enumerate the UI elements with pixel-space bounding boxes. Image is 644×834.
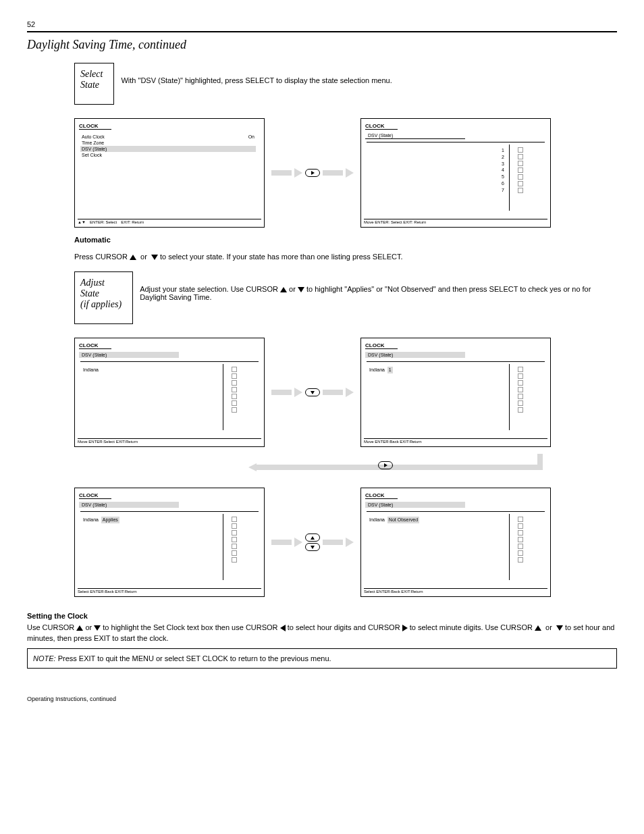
select-right-oval-icon bbox=[378, 461, 393, 469]
continued-label: Operating Instructions, continued bbox=[27, 696, 617, 702]
flow-connector bbox=[122, 454, 594, 481]
menu-item-selected: DSV (State) bbox=[80, 146, 256, 152]
text: Use CURSOR bbox=[27, 623, 76, 631]
cursor-down-icon bbox=[151, 255, 158, 260]
menu-label: Auto Clock bbox=[82, 134, 234, 139]
menu-item: Set Clock bbox=[80, 152, 256, 158]
screen-a: CLOCK DSV (State) Indiana Move ENTER:Sel… bbox=[74, 338, 265, 447]
screen-subtab: DSV (State) bbox=[365, 132, 465, 139]
tab: CLOCK bbox=[79, 342, 111, 349]
screen-c: CLOCK DSV (State) Indiana Applies Select… bbox=[74, 488, 265, 597]
num-col: 1 2 3 4 5 6 7 bbox=[502, 147, 504, 194]
screen-b: CLOCK DSV (State) Indiana 1 Move ENTER:B… bbox=[360, 338, 551, 447]
menu-item: Auto ClockOn bbox=[80, 134, 256, 140]
subtab: DSV (State) bbox=[79, 502, 179, 508]
adjust-state-row: Adjust State (if applies) Adjust your st… bbox=[74, 267, 617, 331]
menu-item: Time Zone bbox=[80, 140, 256, 146]
footer: Select ENTER:Back EXIT:Return bbox=[78, 590, 137, 594]
cursor-down-icon bbox=[556, 625, 563, 631]
screen-state-list: CLOCK DSV (State) 1 2 3 4 5 6 7 Move ENT… bbox=[360, 118, 551, 228]
screen-footer: Move ENTER: Select EXIT: Return bbox=[364, 219, 547, 224]
badge-line1: Select bbox=[80, 69, 103, 80]
footer-left: ▲▼ bbox=[78, 220, 86, 224]
badge-line2: State bbox=[80, 80, 103, 90]
row-text: Indiana bbox=[369, 367, 385, 372]
num: 2 bbox=[502, 154, 504, 161]
cursor-right-icon bbox=[402, 625, 408, 631]
text: Press CURSOR bbox=[74, 253, 130, 261]
cursor-up-icon bbox=[280, 287, 287, 292]
screen-d: CLOCK DSV (State) Indiana Not Observed S… bbox=[360, 488, 551, 597]
note-prefix: NOTE: bbox=[33, 654, 58, 662]
screen-clock-menu: CLOCK Auto ClockOn Time Zone DSV (State)… bbox=[74, 118, 265, 228]
select-state-desc: With "DSV (State)" highlighted, press SE… bbox=[121, 76, 392, 84]
cursor-up-icon bbox=[130, 255, 136, 260]
text: to select hour digits and CURSOR bbox=[288, 623, 402, 631]
setting-clock-heading: Setting the Clock bbox=[27, 612, 88, 620]
cursor-up-icon bbox=[535, 625, 541, 631]
text: to select minute digits. Use CURSOR bbox=[410, 623, 535, 631]
setting-clock-section: Setting the Clock Use CURSOR or to highl… bbox=[27, 610, 617, 669]
cursor-up-oval-icon bbox=[305, 533, 320, 542]
subtab: DSV (State) bbox=[365, 352, 465, 358]
tab: CLOCK bbox=[79, 492, 111, 499]
footer-right: EXIT: Return bbox=[121, 220, 144, 224]
highlight: Applies bbox=[101, 517, 119, 523]
tick-col bbox=[518, 147, 523, 194]
flow-arrow bbox=[271, 388, 354, 397]
screens-row-3: CLOCK DSV (State) Indiana Applies Select… bbox=[74, 488, 617, 597]
tab: CLOCK bbox=[365, 492, 398, 499]
footer: Select ENTER:Back EXIT:Return bbox=[364, 590, 423, 594]
cursor-down-oval-icon bbox=[305, 543, 320, 551]
tab: CLOCK bbox=[365, 342, 398, 349]
note-text: Press EXIT to quit the MENU or select SE… bbox=[58, 654, 331, 662]
num: 4 bbox=[502, 167, 504, 174]
flow-arrow bbox=[271, 533, 354, 551]
text: Adjust your state selection. Use CURSOR bbox=[140, 285, 280, 293]
select-right-icon bbox=[305, 169, 320, 177]
subtab: DSV (State) bbox=[365, 502, 465, 508]
menu-val: On bbox=[234, 134, 254, 139]
footer-text: Move ENTER: Select EXIT: Return bbox=[364, 220, 426, 224]
cursor-left-icon bbox=[280, 625, 286, 631]
cursor-down-icon bbox=[298, 287, 304, 292]
num: 1 bbox=[502, 147, 504, 154]
text: to select your state. If your state has … bbox=[160, 253, 403, 261]
badge-line1: Adjust State bbox=[80, 278, 122, 299]
cursor-down-icon bbox=[94, 625, 101, 631]
row-text: Indiana bbox=[83, 367, 99, 373]
num: 3 bbox=[502, 161, 504, 167]
text: or bbox=[289, 285, 298, 293]
cursor-down-oval-icon bbox=[305, 388, 320, 396]
subtab: DSV (State) bbox=[79, 352, 179, 358]
menu-label: Set Clock bbox=[82, 153, 254, 157]
cursor-up-icon bbox=[76, 625, 83, 631]
top-rule bbox=[27, 31, 617, 32]
row-text: Indiana bbox=[369, 517, 385, 522]
highlight: 1 bbox=[387, 367, 393, 373]
flow-arrow bbox=[271, 168, 354, 178]
highlight: Not Observed bbox=[387, 517, 419, 523]
step-automatic-text: Press CURSOR or to select your state. If… bbox=[74, 251, 617, 263]
menu-label: Time Zone bbox=[82, 140, 254, 145]
footer: Move ENTER:Select EXIT:Return bbox=[78, 440, 138, 444]
adjust-state-desc: Adjust your state selection. Use CURSOR … bbox=[140, 285, 617, 301]
text: to highlight the Set Clock text box then… bbox=[103, 623, 279, 631]
screen-tab: CLOCK bbox=[365, 123, 398, 130]
page-number: 52 bbox=[27, 20, 617, 28]
svg-marker-0 bbox=[248, 463, 257, 471]
text: or bbox=[85, 623, 94, 631]
footer-mid: ENTER: Select bbox=[90, 220, 117, 224]
adjust-state-badge: Adjust State (if applies) bbox=[74, 271, 133, 324]
num: 7 bbox=[502, 187, 504, 194]
select-state-badge: Select State bbox=[74, 63, 114, 105]
screens-row-2: CLOCK DSV (State) Indiana Move ENTER:Sel… bbox=[74, 338, 617, 447]
badge-line2: (if applies) bbox=[80, 299, 122, 310]
screen-tab: CLOCK bbox=[79, 123, 111, 130]
note-box: NOTE: Press EXIT to quit the MENU or sel… bbox=[27, 648, 617, 669]
num: 5 bbox=[502, 174, 504, 180]
screen-footer: ▲▼ ENTER: Select EXIT: Return bbox=[78, 219, 261, 224]
footer: Move ENTER:Back EXIT:Return bbox=[364, 440, 422, 444]
select-state-row: Select State With "DSV (State)" highligh… bbox=[74, 59, 617, 111]
section-title: Daylight Saving Time, continued bbox=[27, 38, 617, 52]
